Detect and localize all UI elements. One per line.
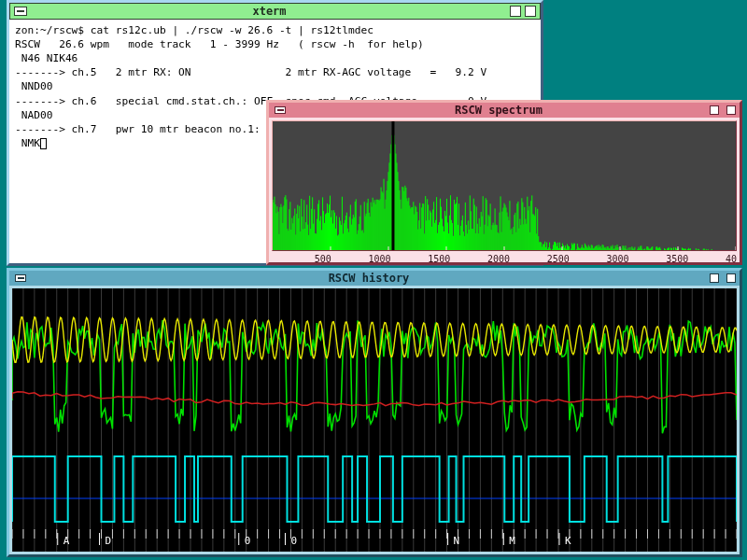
minimize-icon[interactable]	[710, 273, 719, 283]
spectrum-plot[interactable]	[272, 120, 737, 251]
term-line-7: -------> ch.7 pwr 10 mtr beacon no.1: MA…	[15, 123, 286, 135]
maximize-icon[interactable]	[726, 273, 736, 283]
svg-text:A: A	[63, 535, 70, 547]
term-line-2: N46 NIK46	[15, 52, 78, 64]
menu-icon[interactable]	[15, 274, 26, 282]
menu-icon[interactable]	[275, 106, 286, 114]
term-line-6: NAD00	[15, 109, 52, 121]
menu-icon[interactable]	[14, 7, 27, 16]
maximize-icon[interactable]	[726, 105, 736, 115]
spectrum-titlebar[interactable]: RSCW spectrum	[269, 103, 740, 118]
history-title: RSCW history	[32, 272, 706, 285]
svg-text:M: M	[509, 535, 515, 547]
xterm-titlebar[interactable]: xterm	[9, 3, 541, 20]
history-window[interactable]: RSCW history AD00NMK	[7, 268, 742, 557]
term-line-4: NND00	[15, 80, 52, 92]
maximize-icon[interactable]	[525, 6, 536, 17]
history-plot[interactable]: AD00NMK	[12, 288, 737, 552]
minimize-icon[interactable]	[510, 6, 521, 17]
svg-text:N: N	[454, 535, 460, 547]
term-line-3: -------> ch.5 2 mtr RX: ON 2 mtr RX-AGC …	[15, 66, 486, 78]
term-line-8: NMK	[15, 137, 40, 149]
term-line-1: RSCW 26.6 wpm mode track 1 - 3999 Hz ( r…	[15, 38, 424, 50]
svg-text:K: K	[565, 535, 571, 547]
history-titlebar[interactable]: RSCW history	[9, 271, 740, 286]
xterm-title: xterm	[33, 5, 506, 18]
terminal-cursor	[40, 138, 47, 149]
minimize-icon[interactable]	[710, 105, 719, 115]
spectrum-window[interactable]: RSCW spectrum 0 500 1000 1500 2000 2500 …	[266, 100, 742, 265]
term-line-0: zon:~/rscw$ cat rs12c.ub | ./rscw -w 26.…	[15, 24, 374, 36]
svg-text:0: 0	[290, 535, 297, 547]
svg-text:D: D	[105, 535, 111, 547]
spectrum-xaxis: 0 500 1000 1500 2000 2500 3000 3500 40	[269, 254, 740, 264]
svg-text:0: 0	[245, 535, 251, 547]
spectrum-title: RSCW spectrum	[291, 104, 706, 117]
